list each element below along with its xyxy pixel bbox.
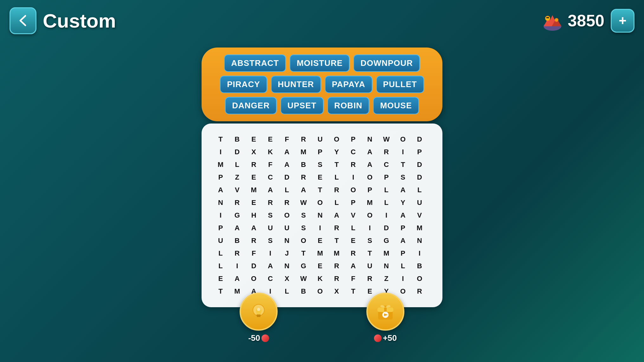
grid-cell[interactable]: R	[330, 272, 343, 285]
grid-cell[interactable]: I	[231, 260, 243, 272]
word-tag[interactable]: PAPAYA	[325, 76, 372, 93]
grid-cell[interactable]: T	[396, 158, 409, 171]
grid-cell[interactable]: U	[413, 196, 426, 209]
grid-cell[interactable]: U	[280, 222, 293, 234]
grid-cell[interactable]: D	[231, 146, 243, 158]
grid-cell[interactable]: F	[264, 158, 277, 171]
grid-cell[interactable]: P	[214, 222, 227, 234]
grid-cell[interactable]: D	[413, 158, 426, 171]
grid-cell[interactable]: L	[380, 196, 393, 209]
grid-cell[interactable]: L	[396, 260, 409, 272]
word-tag[interactable]: ROBIN	[327, 97, 370, 114]
grid-cell[interactable]: M	[380, 247, 393, 260]
grid-cell[interactable]: N	[280, 234, 293, 247]
grid-cell[interactable]: L	[330, 196, 343, 209]
grid-cell[interactable]: M	[314, 247, 326, 260]
grid-cell[interactable]: L	[330, 171, 343, 184]
grid-cell[interactable]: D	[280, 171, 293, 184]
grid-cell[interactable]: E	[264, 133, 277, 146]
grid-cell[interactable]: R	[231, 247, 243, 260]
grid-cell[interactable]: U	[314, 133, 326, 146]
grid-cell[interactable]: L	[214, 247, 227, 260]
grid-cell[interactable]: R	[330, 222, 343, 234]
grid-cell[interactable]: S	[297, 209, 310, 222]
grid-cell[interactable]: X	[280, 272, 293, 285]
grid-cell[interactable]: V	[413, 209, 426, 222]
grid-cell[interactable]: A	[396, 184, 409, 196]
grid-cell[interactable]: I	[264, 247, 277, 260]
grid-cell[interactable]: D	[380, 222, 393, 234]
grid-cell[interactable]: W	[380, 133, 393, 146]
grid-cell[interactable]: T	[297, 247, 310, 260]
grid-cell[interactable]: A	[396, 209, 409, 222]
word-tag[interactable]: PIRACY	[220, 76, 267, 93]
grid-cell[interactable]: G	[380, 234, 393, 247]
grid-cell[interactable]: A	[330, 209, 343, 222]
grid-cell[interactable]: R	[264, 196, 277, 209]
grid-cell[interactable]: R	[231, 196, 243, 209]
grid-cell[interactable]: O	[280, 209, 293, 222]
grid-cell[interactable]: E	[314, 260, 326, 272]
grid-cell[interactable]: B	[413, 260, 426, 272]
grid-cell[interactable]: I	[380, 209, 393, 222]
grid-cell[interactable]: Z	[380, 272, 393, 285]
grid-cell[interactable]: P	[413, 146, 426, 158]
grid-cell[interactable]: C	[264, 272, 277, 285]
grid-cell[interactable]: C	[347, 146, 359, 158]
grid-cell[interactable]: A	[280, 146, 293, 158]
grid-cell[interactable]: R	[248, 234, 260, 247]
grid-cell[interactable]: I	[413, 247, 426, 260]
grid-cell[interactable]: R	[413, 285, 426, 298]
grid-cell[interactable]: A	[297, 184, 310, 196]
grid-cell[interactable]: N	[314, 209, 326, 222]
grid-cell[interactable]: U	[364, 260, 376, 272]
grid-cell[interactable]: P	[396, 222, 409, 234]
word-tag[interactable]: MOISTURE	[290, 54, 350, 72]
grid-cell[interactable]: E	[248, 196, 260, 209]
grid-cell[interactable]: M	[364, 196, 376, 209]
grid-cell[interactable]: R	[280, 196, 293, 209]
grid-cell[interactable]: O	[330, 133, 343, 146]
grid-cell[interactable]: L	[231, 158, 243, 171]
grid-cell[interactable]: I	[396, 272, 409, 285]
grid-cell[interactable]: P	[214, 171, 227, 184]
grid-cell[interactable]: N	[214, 196, 227, 209]
grid-cell[interactable]: D	[413, 171, 426, 184]
grid-cell[interactable]: L	[280, 184, 293, 196]
grid-cell[interactable]: W	[297, 196, 310, 209]
grid-cell[interactable]: I	[314, 222, 326, 234]
grid-cell[interactable]: O	[248, 272, 260, 285]
word-tag[interactable]: DOWNPOUR	[353, 54, 420, 72]
grid-cell[interactable]: J	[280, 247, 293, 260]
grid-cell[interactable]: E	[314, 234, 326, 247]
grid-cell[interactable]: I	[347, 171, 359, 184]
grid-cell[interactable]: A	[264, 260, 277, 272]
word-tag[interactable]: HUNTER	[271, 76, 321, 93]
grid-cell[interactable]: V	[347, 209, 359, 222]
grid-cell[interactable]: Y	[330, 146, 343, 158]
grid-cell[interactable]: R	[330, 260, 343, 272]
grid-cell[interactable]: C	[264, 171, 277, 184]
grid-cell[interactable]: M	[330, 247, 343, 260]
grid-cell[interactable]: N	[413, 234, 426, 247]
grid-cell[interactable]: A	[214, 184, 227, 196]
grid-cell[interactable]: O	[347, 184, 359, 196]
grid-cell[interactable]: R	[347, 158, 359, 171]
grid-cell[interactable]: C	[380, 158, 393, 171]
grid-cell[interactable]: D	[248, 260, 260, 272]
word-tag[interactable]: MOUSE	[373, 97, 419, 114]
grid-cell[interactable]: A	[364, 146, 376, 158]
grid-cell[interactable]: W	[297, 272, 310, 285]
grid-cell[interactable]: B	[231, 133, 243, 146]
grid-cell[interactable]: N	[364, 133, 376, 146]
reward-button-circle[interactable]	[366, 293, 404, 331]
word-tag[interactable]: UPSET	[280, 97, 324, 114]
reward-button[interactable]: +50	[366, 293, 404, 343]
grid-cell[interactable]: P	[347, 196, 359, 209]
grid-cell[interactable]: S	[314, 158, 326, 171]
grid-cell[interactable]: N	[280, 260, 293, 272]
grid-cell[interactable]: A	[264, 184, 277, 196]
grid-cell[interactable]: M	[297, 146, 310, 158]
grid-cell[interactable]: M	[248, 184, 260, 196]
grid-cell[interactable]: L	[347, 222, 359, 234]
